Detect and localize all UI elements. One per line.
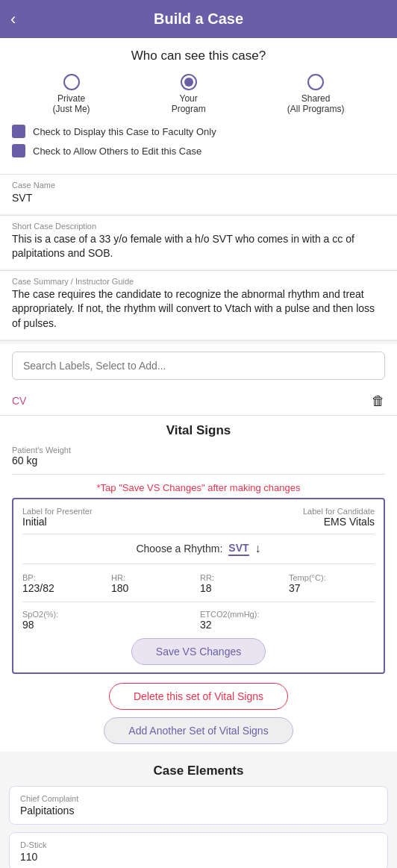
temp-label: Temp(°C): [289, 573, 375, 582]
bp-cell: BP: 123/82 [22, 573, 108, 594]
presenter-label-title: Label for Presenter [22, 507, 93, 516]
summary-field: Case Summary / Instructor Guide The case… [0, 271, 397, 339]
hr-value[interactable]: 180 [111, 582, 197, 594]
search-labels-input[interactable] [12, 352, 385, 380]
rhythm-label: Choose a Rhythm: [136, 543, 222, 555]
hr-label: HR: [111, 573, 197, 582]
vitals-grid-top: BP: 123/82 HR: 180 RR: 18 Temp(°C): 37 [22, 573, 375, 602]
vital-signs-section: Vital Signs Patient's Weight 60 kg *Tap … [0, 416, 397, 752]
rhythm-row: Choose a Rhythm: SVT ↓ [22, 542, 375, 564]
delete-vs-button[interactable]: Delete this set of Vital Signs [109, 683, 288, 710]
radio-label-shared: Shared(All Programs) [287, 93, 345, 114]
vitals-grid-bottom: SpO2(%): 98 ETCO2(mmHg): 32 [22, 610, 375, 631]
summary-value[interactable]: The case requires the candidate to recog… [12, 287, 385, 331]
bp-label: BP: [22, 573, 108, 582]
radio-label-your-program: YourProgram [172, 93, 206, 114]
divider-weight [12, 474, 385, 475]
save-vs-button[interactable]: Save VS Changes [131, 638, 266, 665]
chief-complaint-value: Palpitations [20, 805, 377, 817]
cv-tag[interactable]: CV [12, 395, 26, 407]
visibility-radio-group: Private(Just Me) YourProgram Shared(All … [12, 74, 385, 114]
case-elements-title: Case Elements [0, 764, 397, 778]
app-header: ‹ Build a Case [0, 0, 397, 38]
case-name-field: Case Name SVT [0, 175, 397, 213]
candidate-label-group: Label for Candidate EMS Vitals [303, 507, 375, 528]
vs-card: Label for Presenter Initial Label for Ca… [12, 498, 385, 674]
etco2-cell: ETCO2(mmHg): 32 [200, 610, 375, 631]
rhythm-value[interactable]: SVT [228, 542, 248, 556]
header-title: Build a Case [154, 10, 243, 28]
temp-cell: Temp(°C): 37 [289, 573, 375, 594]
radio-circle-your-program [181, 74, 197, 90]
patient-weight-label: Patient's Weight [12, 446, 385, 455]
presenter-label-group: Label for Presenter Initial [22, 507, 93, 528]
radio-label-private: Private(Just Me) [53, 93, 90, 114]
checkbox-faculty-label: Check to Display this Case to Faculty On… [33, 126, 216, 137]
rr-value[interactable]: 18 [200, 582, 286, 594]
radio-circle-private [63, 74, 80, 90]
presenter-label-value[interactable]: Initial [22, 516, 93, 528]
short-desc-value[interactable]: This is a case of a 33 y/o female with a… [12, 232, 385, 261]
radio-circle-shared [307, 74, 324, 90]
vs-labels-row: Label for Presenter Initial Label for Ca… [22, 507, 375, 534]
checkbox-faculty-row[interactable]: Check to Display this Case to Faculty On… [12, 125, 385, 138]
chief-complaint-label: Chief Complaint [20, 794, 377, 803]
etco2-value[interactable]: 32 [200, 619, 375, 631]
case-name-value[interactable]: SVT [12, 191, 385, 206]
visibility-section: Who can see this case? Private(Just Me) … [0, 38, 397, 174]
case-element-dstick[interactable]: D-Stick 110 [9, 832, 388, 868]
divider-4 [0, 340, 397, 341]
save-notice: *Tap "Save VS Changes" after making chan… [12, 482, 385, 493]
search-container [0, 344, 397, 387]
radio-shared[interactable]: Shared(All Programs) [287, 74, 345, 114]
candidate-label-value[interactable]: EMS Vitals [303, 516, 375, 528]
spo2-value[interactable]: 98 [22, 619, 197, 631]
rr-cell: RR: 18 [200, 573, 286, 594]
rr-label: RR: [200, 573, 286, 582]
case-elements-section: Case Elements Chief Complaint Palpitatio… [0, 764, 397, 868]
rhythm-arrow-icon[interactable]: ↓ [255, 542, 261, 555]
dstick-value: 110 [20, 851, 377, 863]
summary-label: Case Summary / Instructor Guide [12, 277, 385, 286]
label-tag-row: CV 🗑 [0, 387, 397, 415]
back-button[interactable]: ‹ [10, 10, 16, 29]
spo2-label: SpO2(%): [22, 610, 197, 619]
checkbox-edit[interactable] [12, 144, 25, 157]
etco2-label: ETCO2(mmHg): [200, 610, 375, 619]
add-vs-button[interactable]: Add Another Set of Vital Signs [104, 717, 293, 744]
checkbox-faculty[interactable] [12, 125, 25, 138]
short-desc-label: Short Case Description [12, 222, 385, 231]
radio-private[interactable]: Private(Just Me) [53, 74, 90, 114]
visibility-title: Who can see this case? [12, 49, 385, 63]
bp-value[interactable]: 123/82 [22, 582, 108, 594]
short-desc-field: Short Case Description This is a case of… [0, 216, 397, 269]
patient-weight-value: 60 kg [12, 455, 385, 466]
radio-your-program[interactable]: YourProgram [172, 74, 206, 114]
case-element-chief-complaint[interactable]: Chief Complaint Palpitations [9, 786, 388, 825]
spo2-cell: SpO2(%): 98 [22, 610, 197, 631]
hr-cell: HR: 180 [111, 573, 197, 594]
checkbox-edit-row[interactable]: Check to Allow Others to Edit this Case [12, 144, 385, 157]
vital-signs-title: Vital Signs [12, 423, 385, 438]
checkbox-edit-label: Check to Allow Others to Edit this Case [33, 146, 201, 157]
trash-icon[interactable]: 🗑 [372, 393, 385, 409]
dstick-label: D-Stick [20, 840, 377, 849]
case-name-label: Case Name [12, 181, 385, 190]
temp-value[interactable]: 37 [289, 582, 375, 594]
candidate-label-title: Label for Candidate [303, 507, 375, 516]
